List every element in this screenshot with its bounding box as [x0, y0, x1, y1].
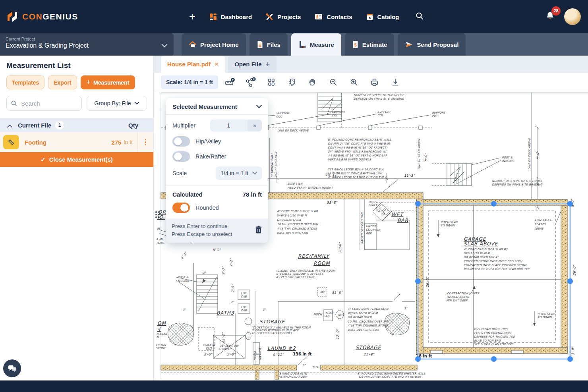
tab-send-proposal[interactable]: Send Proposal — [398, 33, 466, 56]
blueprint-label: VERIFY LOCATION — [275, 151, 278, 178]
blueprint-label: LEWIS — [534, 227, 544, 230]
blueprint-label: TOOLED JOINTS- — [446, 295, 470, 299]
download-button[interactable] — [387, 74, 404, 90]
add-measurement-button[interactable]: +Measurement — [81, 75, 135, 89]
blueprint-label: OR REBAR OVER — [277, 218, 302, 222]
tab-open-file[interactable]: Open File + — [228, 56, 276, 73]
blueprint-label: 5'-8" — [227, 352, 236, 356]
dashboard-icon — [209, 13, 217, 21]
nav-item-contacts[interactable]: Contacts — [314, 13, 352, 21]
multiplier-input[interactable] — [210, 120, 248, 131]
add-button[interactable]: + — [189, 12, 195, 22]
blueprint-label: 11'-3" — [404, 174, 415, 178]
blueprint-label: 8'-2" — [213, 248, 221, 252]
pan-tool-button[interactable] — [304, 74, 321, 90]
scale-row: Scale 1/4 in = 1 ft — [166, 166, 268, 180]
blueprint-label: 2° — [231, 301, 234, 304]
tab-measure[interactable]: Measure — [291, 33, 341, 56]
measurement-handle[interactable] — [567, 278, 573, 284]
blueprint-label: CONTRACTION JOINTS — [447, 292, 479, 295]
duplicate-page-button[interactable] — [283, 74, 301, 90]
measurement-handle[interactable] — [415, 356, 421, 362]
contact-card-icon — [314, 13, 323, 21]
panel-drag-handle[interactable] — [155, 211, 160, 218]
tab-files[interactable]: Files — [250, 33, 288, 56]
measurement-handle[interactable] — [415, 278, 421, 284]
blueprint-label: 3'-0" — [571, 346, 575, 355]
blueprint-label: 8" POURED CONC REINFORCED BSMT WALL — [328, 138, 392, 141]
blueprint-label: IF EGRESS WINDOW IS IN PLACE — [276, 272, 324, 276]
blueprint-label: RLA323 — [534, 223, 546, 226]
qty-column-header: Qty — [128, 122, 138, 129]
blueprint-label: RAILING — [502, 160, 514, 163]
delete-measurement-button[interactable] — [255, 225, 263, 236]
notifications-button[interactable]: 28 — [545, 11, 555, 23]
blueprint-label: LINE OF DECK ABOVE — [418, 138, 421, 170]
blueprint-label: 6X6-10/10 W-W-M — [464, 252, 490, 255]
blueprint-label: R MI — [156, 238, 163, 241]
blueprint-label: 20'-0" — [338, 242, 342, 253]
hip-valley-row: Hip/Valley — [166, 136, 268, 147]
blueprint-label: 4 — [157, 326, 161, 332]
measurement-handle[interactable] — [415, 201, 421, 207]
blueprint-label: BATH3 — [217, 310, 234, 316]
measurement-search[interactable] — [6, 96, 82, 111]
edit-measurement-button[interactable] — [3, 135, 19, 149]
clear-multiplier-button[interactable]: × — [248, 120, 262, 131]
tab-house-plan[interactable]: House Plan.pdf × — [161, 56, 225, 73]
measurement-handle[interactable] — [491, 201, 497, 207]
blueprint-label: SUPPORT — [276, 112, 290, 115]
measurement-handle[interactable] — [567, 201, 573, 207]
blueprint-label: W/6X6-10/10 W-W-M — [348, 312, 378, 315]
measure-tool-button[interactable] — [221, 74, 239, 90]
blueprint-label: 136 ln ft — [293, 352, 312, 356]
measurement-handle[interactable] — [491, 356, 497, 362]
blueprint-label: MIN 3/4" DEEP — [446, 299, 468, 302]
zoom-out-button[interactable] — [325, 74, 342, 90]
chevron-up-icon — [7, 124, 12, 127]
close-measurements-button[interactable]: ✓ Close Measurement(s) — [0, 152, 153, 167]
panel-header[interactable]: Selected Measurement — [166, 98, 268, 115]
tab-estimate[interactable]: $ Estimate — [345, 33, 395, 56]
rounded-toggle[interactable] — [172, 203, 190, 213]
measurement-handle[interactable] — [567, 356, 573, 362]
close-icon[interactable]: × — [215, 60, 219, 68]
zoom-in-button[interactable] — [345, 74, 363, 90]
hip-valley-toggle[interactable] — [172, 136, 190, 147]
collapse-group-button[interactable] — [7, 122, 12, 129]
nav-item-projects[interactable]: Projects — [265, 13, 301, 21]
tab-project-home[interactable]: Project Home — [182, 33, 246, 56]
row-menu-button[interactable] — [137, 132, 153, 152]
nav-item-dashboard[interactable]: Dashboard — [209, 13, 252, 21]
app-root: CONGENIUS + Dashboard Projects — [0, 0, 588, 392]
templates-button[interactable]: Templates — [6, 75, 44, 89]
blueprint-label: W/6X6-10/10 W-W-M — [277, 214, 307, 217]
node-measure-tool-button[interactable] — [242, 74, 259, 90]
chat-button[interactable] — [3, 359, 21, 377]
group-by-dropdown[interactable]: Group By: File — [87, 96, 147, 111]
measurement-name[interactable]: Footing — [25, 139, 46, 146]
thumbnails-button[interactable] — [263, 74, 280, 90]
scale-indicator[interactable]: Scale: 1/4 in = 1 ft — [161, 75, 218, 89]
current-project-dropdown[interactable]: Current Project Excavation & Grading Pro… — [0, 33, 174, 56]
blueprint-label: 9'-7" — [221, 266, 225, 275]
brand-logo[interactable]: CONGENIUS — [6, 11, 137, 23]
blueprint-label: ROOM — [313, 261, 330, 266]
blueprint-label: (CLOSET ONLY AVAILABLE IN THIS ROOM — [276, 269, 336, 272]
scale-dropdown[interactable]: 1/4 in = 1 ft — [216, 166, 262, 180]
rake-rafter-label: Rake/Rafter — [195, 153, 226, 160]
selected-measurement-panel: Selected Measurement Multiplier × Hip/Va… — [166, 98, 268, 243]
search-button[interactable] — [415, 12, 424, 22]
scale-label: Scale — [172, 170, 187, 176]
print-button[interactable] — [366, 74, 383, 90]
table-row[interactable]: Footing 275 ln ft — [0, 132, 153, 152]
search-input[interactable] — [20, 100, 68, 107]
export-button[interactable]: Export — [48, 75, 77, 89]
nav-item-catalog[interactable]: $ Catalog — [366, 13, 399, 21]
blueprint-label: 13'-11" — [325, 173, 338, 177]
rake-rafter-toggle[interactable] — [172, 151, 190, 162]
blueprint-canvas[interactable]: NUMBER OF STEPS TO THE HOUSEDEPENDS ON F… — [154, 92, 588, 380]
blueprint-label: CAB — [241, 295, 247, 298]
avatar[interactable] — [564, 8, 581, 25]
blueprint-label: 12'-0" — [336, 328, 340, 340]
